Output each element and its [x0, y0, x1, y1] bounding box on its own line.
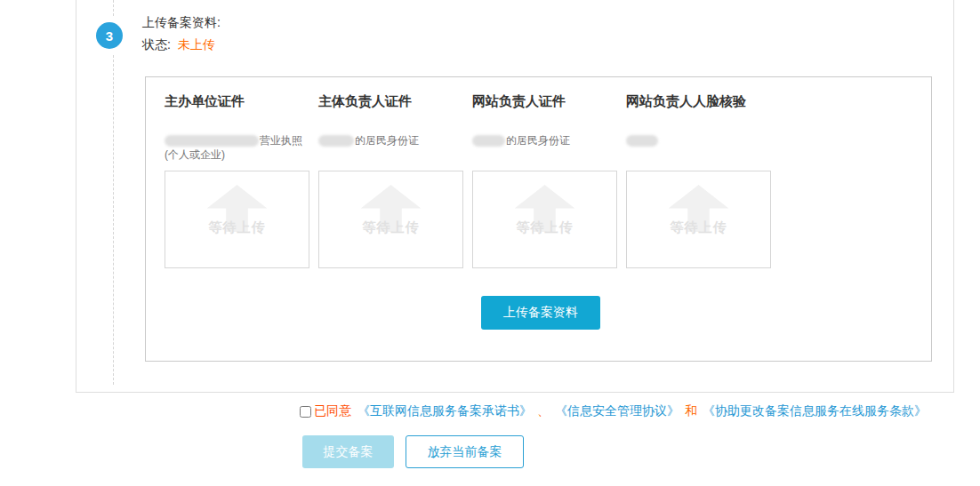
upload-dropzone-site-owner[interactable]: 等待上传	[472, 171, 617, 268]
redacted-text	[165, 135, 259, 147]
redacted-text	[626, 135, 658, 147]
upload-dropzone-face-verification[interactable]: 等待上传	[626, 171, 771, 268]
beian-upload-page: 3 上传备案资料: 状态:未上传 主办单位证件 营业执照 (个人或企业) 等待上…	[0, 0, 980, 486]
step-connector-line-bottom	[113, 55, 114, 385]
column-description: 营业执照 (个人或企业)	[165, 133, 309, 166]
abandon-filing-button[interactable]: 放弃当前备案	[406, 435, 524, 468]
step-title: 上传备案资料:	[142, 15, 221, 31]
column-header: 主办单位证件	[165, 92, 309, 110]
column-face-verification: 网站负责人人脸核验 等待上传	[626, 92, 771, 268]
description-suffix: 的居民身份证	[355, 134, 419, 147]
agree-label: 已同意	[314, 403, 351, 419]
column-site-owner-certificate: 网站负责人证件 的居民身份证 等待上传	[472, 92, 617, 268]
description-line2: (个人或企业)	[165, 147, 309, 162]
certificates-panel: 主办单位证件 营业执照 (个人或企业) 等待上传 主体负责人证件 的居民身份证 …	[145, 76, 932, 362]
step-connector-line-top	[113, 0, 114, 16]
link-security-agreement[interactable]: 《信息安全管理协议》	[555, 403, 679, 419]
step-number: 3	[106, 28, 113, 44]
step-status: 状态:未上传	[142, 37, 215, 53]
column-description	[626, 133, 771, 166]
column-header: 网站负责人证件	[472, 92, 617, 110]
agree-checkbox[interactable]	[300, 406, 311, 418]
upload-placeholder: 等待上传	[165, 219, 309, 236]
description-suffix: 营业执照	[260, 134, 302, 147]
upload-materials-button[interactable]: 上传备案资料	[481, 296, 600, 330]
redacted-text	[472, 135, 505, 147]
upload-placeholder: 等待上传	[627, 219, 770, 236]
submit-filing-button[interactable]: 提交备案	[302, 435, 394, 468]
upload-placeholder: 等待上传	[319, 219, 462, 236]
certificate-columns: 主办单位证件 营业执照 (个人或企业) 等待上传 主体负责人证件 的居民身份证 …	[165, 92, 931, 268]
link-commitment-letter[interactable]: 《互联网信息服务备案承诺书》	[357, 403, 532, 419]
status-label: 状态:	[142, 37, 171, 52]
redacted-text	[318, 135, 354, 147]
separator-comma: 、	[537, 403, 550, 419]
column-description: 的居民身份证	[318, 133, 463, 166]
link-online-service-terms[interactable]: 《协助更改备案信息服务在线服务条款》	[703, 403, 927, 419]
upload-dropzone-organizer[interactable]: 等待上传	[165, 171, 309, 268]
separator-and: 和	[685, 403, 697, 419]
step-number-badge: 3	[96, 22, 123, 49]
upload-placeholder: 等待上传	[473, 219, 616, 236]
column-description: 的居民身份证	[472, 133, 617, 166]
upload-dropzone-subject-owner[interactable]: 等待上传	[318, 171, 463, 268]
agreement-row: 已同意 《互联网信息服务备案承诺书》 、 《信息安全管理协议》 和 《协助更改备…	[300, 403, 927, 419]
column-header: 主体负责人证件	[318, 92, 463, 110]
column-organizer-certificate: 主办单位证件 营业执照 (个人或企业) 等待上传	[165, 92, 309, 268]
status-value: 未上传	[178, 37, 215, 52]
column-subject-owner-certificate: 主体负责人证件 的居民身份证 等待上传	[318, 92, 463, 268]
description-suffix: 的居民身份证	[506, 134, 570, 147]
column-header: 网站负责人人脸核验	[626, 92, 771, 110]
